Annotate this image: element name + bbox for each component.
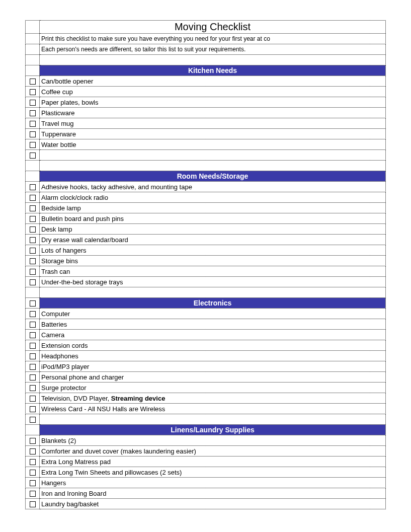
item-checkbox-cell xyxy=(26,372,40,383)
checkbox-icon[interactable] xyxy=(30,237,36,243)
checklist-item: Bulletin board and push pins xyxy=(40,213,386,224)
checkbox-icon[interactable] xyxy=(30,258,36,264)
checkbox-icon[interactable] xyxy=(30,195,36,201)
section-header-left xyxy=(26,171,40,182)
checklist-item: Iron and Ironing Board xyxy=(40,488,386,499)
checklist-item xyxy=(40,414,386,425)
intro-line: Print this checklist to make sure you ha… xyxy=(40,34,386,44)
section-header: Electronics xyxy=(40,298,386,309)
checklist-item: Tupperware xyxy=(40,129,386,139)
checklist-item: Under-the-bed storage trays xyxy=(40,277,386,287)
item-checkbox-cell xyxy=(26,435,40,446)
checkbox-icon[interactable] xyxy=(30,311,36,317)
item-checkbox-cell xyxy=(26,203,40,213)
item-checkbox-cell xyxy=(26,319,40,330)
item-checkbox-cell xyxy=(26,87,40,97)
checkbox-icon[interactable] xyxy=(30,448,36,454)
checklist-item: Travel mug xyxy=(40,118,386,129)
item-checkbox-cell xyxy=(26,129,40,139)
item-checkbox-cell xyxy=(26,361,40,372)
checklist-item: Alarm clock/clock radio xyxy=(40,192,386,203)
checkbox-icon[interactable] xyxy=(30,406,36,412)
checkbox-icon[interactable] xyxy=(30,353,36,359)
checkbox-icon[interactable] xyxy=(30,100,36,106)
checklist-item: Adhesive hooks, tacky adhesive, and moun… xyxy=(40,182,386,192)
checklist-item: Surge protector xyxy=(40,383,386,393)
checkbox-icon[interactable] xyxy=(30,322,36,328)
item-checkbox-cell xyxy=(26,467,40,478)
checklist-item: Desk lamp xyxy=(40,224,386,235)
checklist-item: Computer xyxy=(40,309,386,319)
checkbox-icon[interactable] xyxy=(30,216,36,222)
spacer-cell xyxy=(40,287,386,298)
spacer-cell xyxy=(26,55,40,65)
checklist-item: Paper plates, bowls xyxy=(40,97,386,108)
checklist-item: Can/bottle opener xyxy=(40,76,386,87)
checklist-item: Wireless Card - All NSU Halls are Wirele… xyxy=(40,404,386,414)
checkbox-icon[interactable] xyxy=(30,396,36,402)
checkbox-icon[interactable] xyxy=(30,205,36,211)
checkbox-icon[interactable] xyxy=(30,417,36,423)
checklist-item: Batteries xyxy=(40,319,386,330)
checkbox-icon[interactable] xyxy=(30,121,36,127)
checkbox-icon[interactable] xyxy=(30,110,36,116)
intro-left-cell xyxy=(26,44,40,55)
checkbox-icon[interactable] xyxy=(30,343,36,349)
checkbox-icon[interactable] xyxy=(30,226,36,233)
checklist-item: Lots of hangers xyxy=(40,245,386,256)
title-left-cell xyxy=(26,21,40,34)
item-checkbox-cell xyxy=(26,76,40,87)
item-checkbox-cell xyxy=(26,266,40,277)
spacer-cell xyxy=(40,55,386,65)
checklist-item: Coffee cup xyxy=(40,87,386,97)
checkbox-icon[interactable] xyxy=(30,248,36,254)
checklist-item: Extension cords xyxy=(40,340,386,351)
checklist-item: Water bottle xyxy=(40,139,386,150)
checkbox-icon[interactable] xyxy=(30,491,36,497)
checkbox-icon[interactable] xyxy=(30,131,36,137)
item-checkbox-cell xyxy=(26,182,40,192)
spacer-cell xyxy=(26,287,40,298)
checkbox-icon[interactable] xyxy=(30,332,36,338)
checklist-item: Extra Long Matress pad xyxy=(40,457,386,467)
item-checkbox-cell xyxy=(26,478,40,488)
checklist-table: Moving ChecklistPrint this checklist to … xyxy=(25,20,386,509)
checklist-item: Television, DVD Player, Streaming device xyxy=(40,393,386,404)
intro-line: Each person's needs are different, so ta… xyxy=(40,44,386,55)
checkbox-icon[interactable] xyxy=(30,279,36,285)
checklist-item: Laundry bag/basket xyxy=(40,499,386,509)
checkbox-icon[interactable] xyxy=(30,269,36,275)
checkbox-icon[interactable] xyxy=(30,184,36,190)
item-text: Television, DVD Player, xyxy=(41,395,111,402)
checkbox-icon[interactable] xyxy=(30,89,36,95)
item-checkbox-cell xyxy=(26,499,40,509)
item-checkbox-cell xyxy=(26,414,40,425)
item-checkbox-cell xyxy=(26,393,40,404)
checkbox-icon[interactable] xyxy=(30,385,36,391)
section-header: Kitchen Needs xyxy=(40,65,386,76)
intro-left-cell xyxy=(26,34,40,44)
checkbox-icon[interactable] xyxy=(30,364,36,370)
checklist-item: Bedside lamp xyxy=(40,203,386,213)
item-checkbox-cell xyxy=(26,192,40,203)
checkbox-icon[interactable] xyxy=(30,438,36,444)
checkbox-icon[interactable] xyxy=(30,142,36,148)
checkbox-icon[interactable] xyxy=(30,79,36,85)
item-text-bold: Streaming device xyxy=(111,395,166,402)
checkbox-icon[interactable] xyxy=(30,300,36,307)
section-header-left xyxy=(26,298,40,309)
item-checkbox-cell xyxy=(26,277,40,287)
checklist-item: Camera xyxy=(40,330,386,340)
checkbox-icon[interactable] xyxy=(30,374,36,381)
checklist-item: Dry erase wall calendar/board xyxy=(40,235,386,245)
checklist-item: Blankets (2) xyxy=(40,435,386,446)
checkbox-icon[interactable] xyxy=(30,501,36,507)
checklist-item: iPod/MP3 player xyxy=(40,361,386,372)
checklist-item: Hangers xyxy=(40,478,386,488)
checklist-item: Personal phone and charger xyxy=(40,372,386,383)
checkbox-icon[interactable] xyxy=(30,480,36,486)
checkbox-icon[interactable] xyxy=(30,153,36,159)
item-checkbox-cell xyxy=(26,245,40,256)
checkbox-icon[interactable] xyxy=(30,459,36,465)
checkbox-icon[interactable] xyxy=(30,470,36,476)
